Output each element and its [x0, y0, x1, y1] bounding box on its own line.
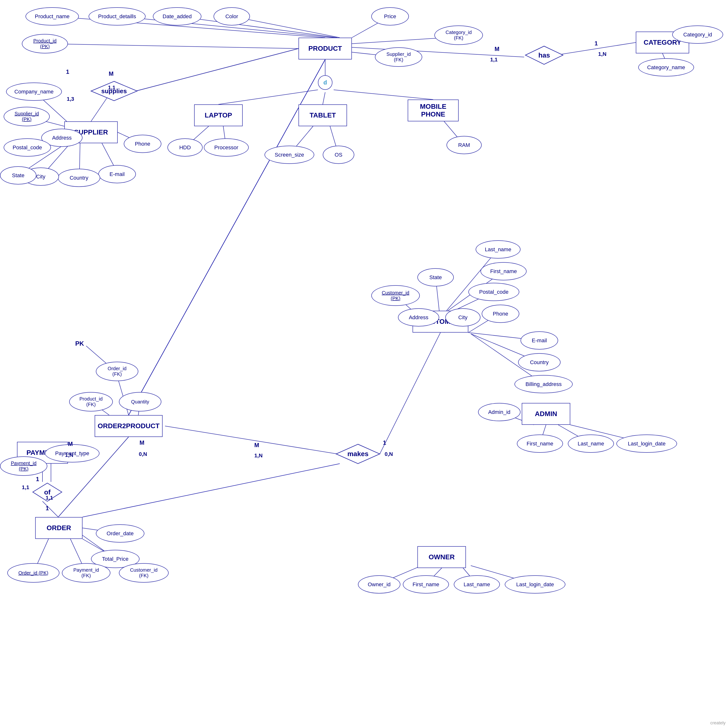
card-of-pay-1: 1	[36, 476, 39, 483]
card-makes-m1: M	[254, 442, 259, 449]
attr-country-sup: Country	[58, 169, 100, 187]
attr-quantity: Quantity	[119, 392, 161, 411]
entity-tablet: TABLET	[298, 104, 347, 126]
card-o2p-m: M	[139, 439, 144, 446]
relationship-supplies: supplies	[90, 80, 138, 102]
entity-order2product: ORDER2PRODUCT	[95, 415, 162, 437]
card-sup-1: 1	[66, 69, 69, 75]
card-sup-13: 1,3	[67, 96, 74, 102]
attr-last-name-owner: Last_name	[454, 575, 500, 593]
card-sup-m: M	[109, 71, 113, 77]
attr-order-id-fk: Order_id(FK)	[96, 362, 138, 381]
svg-line-2	[177, 16, 337, 38]
attr-category-id: Category_id	[672, 26, 723, 44]
attr-city-cust: City	[445, 308, 480, 326]
attr-order-date: Order_date	[96, 524, 144, 543]
attr-hdd: HDD	[167, 138, 203, 156]
attr-last-login-owner: Last_login_date	[505, 575, 566, 593]
attr-phone-sup: Phone	[124, 135, 161, 153]
attr-customer-id-pk: Customer_id(PK)	[371, 285, 420, 306]
attr-last-login-admin: Last_login_date	[616, 435, 677, 453]
attr-country-cust: Country	[518, 353, 561, 371]
attr-supplier-id-fk: Supplier_id(FK)	[375, 48, 422, 67]
card-cat-m: M	[494, 46, 499, 52]
svg-line-52	[43, 501, 58, 517]
card-o2p-0n: 0,N	[139, 451, 147, 457]
attr-last-name-cust: Last_name	[476, 240, 520, 259]
card-makes-0n: 0,N	[385, 451, 393, 457]
pk-label: PK	[75, 340, 84, 347]
attr-payment-id-pk: Payment_id(PK)	[0, 456, 47, 476]
attr-category-id-fk: Category_id(FK)	[434, 26, 483, 45]
diagram-container: PRODUCT SUPPLIER CATEGORY LAPTOP TABLET …	[0, 0, 728, 728]
entity-product: PRODUCT	[298, 38, 352, 60]
attr-owner-id: Owner_id	[358, 575, 401, 593]
attr-payment-id-fk-order: Payment_id(FK)	[62, 563, 110, 582]
attr-product-name: Product_name	[26, 7, 79, 26]
attr-first-name-owner: First_name	[403, 575, 449, 593]
svg-line-24	[219, 90, 318, 104]
attr-customer-id-fk-order: Customer_id(FK)	[119, 563, 169, 582]
attr-first-name-cust: First_name	[480, 262, 526, 280]
attr-address-cust: Address	[398, 308, 439, 326]
relationship-makes: makes	[335, 443, 381, 465]
attr-color: Color	[214, 7, 250, 26]
attr-last-name-admin: Last_name	[568, 435, 614, 453]
svg-line-26	[334, 90, 433, 100]
attr-price: Price	[371, 7, 409, 26]
card-of-pay-11: 1,1	[22, 484, 29, 490]
svg-line-47	[86, 346, 104, 362]
svg-line-5	[45, 44, 298, 49]
entity-order: ORDER	[35, 517, 83, 539]
card-makes-1: 1	[383, 439, 386, 446]
attr-phone-cust: Phone	[482, 305, 519, 323]
attr-category-name: Category_name	[638, 58, 694, 77]
attr-postal-code-cust: Postal_code	[468, 283, 519, 301]
card-of-ord-1: 1	[46, 505, 49, 512]
attr-email-cust: E-mail	[520, 331, 558, 349]
svg-line-45	[83, 464, 340, 517]
attr-postal-code-sup: Postal_code	[4, 138, 51, 156]
card-of-ord-11: 1,1	[46, 495, 53, 501]
isa-circle: d	[318, 75, 332, 90]
attr-product-id-pk: Product_id(PK)	[22, 34, 68, 54]
attr-order-id-pk: Order_id (PK)	[7, 563, 60, 582]
card-sup-11: 1,1	[108, 84, 116, 91]
entity-owner: OWNER	[418, 546, 466, 568]
card-o2p-ord-m: M	[68, 441, 73, 448]
card-cat-1n: 1,N	[598, 51, 606, 57]
svg-line-32	[447, 249, 498, 311]
attr-email-sup: E-mail	[98, 165, 136, 183]
svg-line-44	[165, 426, 337, 454]
attr-first-name-admin: First_name	[517, 435, 563, 453]
attr-screen-size: Screen_size	[265, 146, 314, 164]
svg-line-9	[136, 49, 298, 91]
attr-admin-id: Admin_id	[478, 403, 520, 421]
attr-os: OS	[323, 146, 354, 164]
attr-billing-address: Billing_address	[514, 375, 573, 393]
attr-company-name: Company_name	[6, 83, 62, 101]
attr-processor: Processor	[204, 138, 249, 156]
svg-line-43	[380, 333, 440, 454]
card-cat-1: 1	[595, 40, 598, 47]
card-o2p-ord-1n: 1,N	[65, 452, 73, 458]
relationship-has: has	[524, 45, 564, 66]
attr-state-cust: State	[418, 268, 454, 287]
attr-product-details: Product_detaills	[89, 7, 145, 26]
attr-ram: RAM	[447, 136, 482, 154]
watermark: creately	[710, 720, 726, 726]
attr-date-added: Date_added	[153, 7, 202, 26]
svg-line-25	[323, 92, 325, 104]
entity-admin: ADMIN	[522, 403, 570, 425]
card-makes-1n: 1,N	[254, 452, 263, 459]
attr-supplier-id-pk: Supplier_id(PK)	[4, 107, 50, 126]
entity-laptop: LAPTOP	[194, 104, 243, 126]
attr-product-id-fk2: Product_id(FK)	[69, 392, 113, 411]
card-cat-11: 1,1	[490, 57, 498, 63]
entity-mobile-phone: MOBILE PHONE	[408, 100, 459, 121]
attr-state-sup: State	[0, 166, 37, 184]
